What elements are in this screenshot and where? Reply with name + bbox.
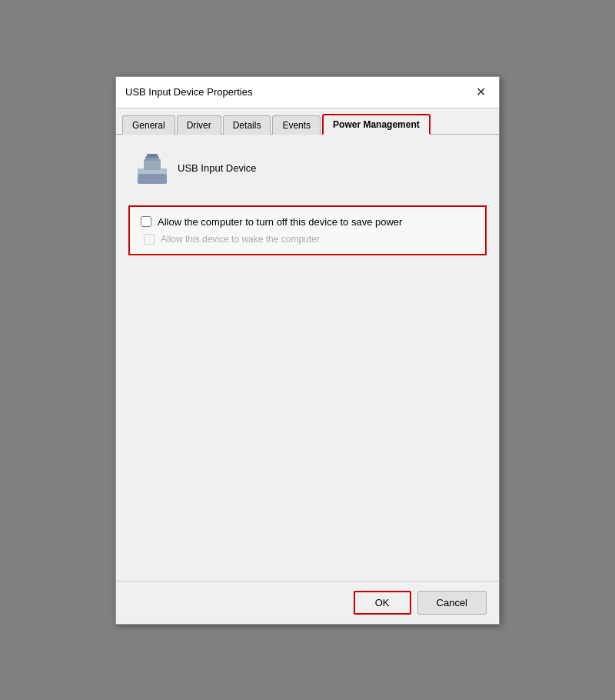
dialog-window: USB Input Device Properties ✕ General Dr… bbox=[115, 76, 500, 625]
title-bar: USB Input Device Properties ✕ bbox=[116, 77, 499, 108]
allow-wake-checkbox bbox=[144, 234, 155, 245]
usb-svg-icon bbox=[131, 153, 175, 185]
tab-power-management[interactable]: Power Management bbox=[322, 114, 430, 135]
allow-wake-label: Allow this device to wake the computer bbox=[161, 234, 320, 245]
checkbox-row-power: Allow the computer to turn off this devi… bbox=[141, 216, 474, 228]
tab-details[interactable]: Details bbox=[223, 115, 271, 135]
options-section: Allow the computer to turn off this devi… bbox=[128, 205, 487, 255]
window-title: USB Input Device Properties bbox=[125, 86, 252, 98]
tab-driver[interactable]: Driver bbox=[177, 115, 221, 135]
device-name: USB Input Device bbox=[178, 162, 257, 174]
tab-general[interactable]: General bbox=[122, 115, 175, 135]
close-button[interactable]: ✕ bbox=[471, 83, 490, 102]
device-section: USB Input Device bbox=[128, 147, 487, 190]
cancel-button[interactable]: Cancel bbox=[417, 591, 487, 615]
device-icon bbox=[131, 153, 168, 184]
tab-events[interactable]: Events bbox=[272, 115, 321, 135]
footer-buttons: OK Cancel bbox=[116, 581, 499, 624]
allow-turnoff-checkbox[interactable] bbox=[141, 216, 151, 227]
allow-turnoff-label: Allow the computer to turn off this devi… bbox=[158, 216, 402, 228]
svg-rect-4 bbox=[147, 154, 158, 158]
tabs-container: General Driver Details Events Power Mana… bbox=[116, 108, 499, 135]
tab-content: USB Input Device Allow the computer to t… bbox=[116, 135, 499, 581]
checkbox-row-wake: Allow this device to wake the computer bbox=[141, 234, 474, 245]
ok-button[interactable]: OK bbox=[354, 591, 411, 615]
svg-rect-2 bbox=[144, 159, 161, 170]
